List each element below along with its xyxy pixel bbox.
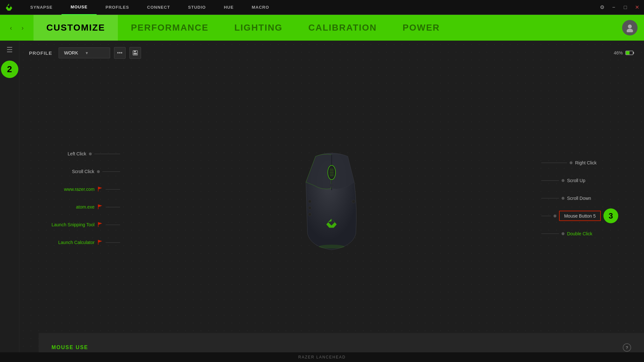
more-options-button[interactable]: ••• <box>114 47 126 59</box>
device-name-label: RAZER LANCEHEAD <box>298 355 346 359</box>
scroll-down-label[interactable]: Scroll Down <box>541 189 618 207</box>
svg-point-20 <box>308 213 311 216</box>
content-area: PROFILE WORK ▾ ••• 46% <box>19 41 644 362</box>
tab-customize[interactable]: CUSTOMIZE <box>33 15 118 41</box>
mouse-btn5-line <box>541 216 551 216</box>
tab-performance[interactable]: PERFORMANCE <box>118 15 221 41</box>
razer-url-label[interactable]: www.razer.com <box>52 181 120 198</box>
scroll-down-text: Scroll Down <box>567 196 591 201</box>
left-click-line <box>94 154 120 154</box>
calc-label[interactable]: Launch Calculator <box>52 234 120 251</box>
mouse-btn5-dot <box>554 214 556 217</box>
scroll-up-line <box>541 180 559 181</box>
scroll-click-dot <box>97 170 100 173</box>
left-click-label[interactable]: Left Click <box>52 145 120 163</box>
chevron-down-icon: ▾ <box>86 50 105 55</box>
nav-profiles[interactable]: PROFILES <box>97 0 138 15</box>
nav-mouse[interactable]: MOUSE <box>62 0 97 15</box>
profile-dropdown[interactable]: WORK ▾ <box>59 47 110 58</box>
mouse-btn5-label[interactable]: Mouse Button 5 3 <box>541 207 618 225</box>
svg-point-19 <box>308 206 311 210</box>
atom-label[interactable]: atom.exe <box>52 198 120 216</box>
minimize-button[interactable]: − <box>610 4 618 11</box>
main-content: ☰ 2 PROFILE WORK ▾ ••• 46% <box>0 41 644 362</box>
user-avatar[interactable] <box>622 20 638 35</box>
razer-url-text: www.razer.com <box>64 187 95 192</box>
svg-rect-5 <box>134 53 137 54</box>
status-bar: RAZER LANCEHEAD <box>0 352 644 362</box>
nav-macro[interactable]: MACRO <box>243 0 278 15</box>
scroll-down-dot <box>562 197 564 200</box>
razer-logo <box>3 2 15 13</box>
nav-connect[interactable]: CONNECT <box>138 0 179 15</box>
save-button[interactable] <box>129 47 141 59</box>
tab-bar: ‹ › CUSTOMIZE PERFORMANCE LIGHTING CALIB… <box>0 15 644 41</box>
macro-flag-icon-2 <box>97 204 103 210</box>
mouse-diagram-area: Left Click Scroll Click www.razer.com <box>19 66 644 330</box>
macro-flag-icon-1 <box>97 186 103 192</box>
double-click-text: Double Click <box>567 231 592 236</box>
toolbar: PROFILE WORK ▾ ••• 46% <box>19 41 644 65</box>
profile-badge-2: 2 <box>1 61 18 78</box>
bottom-help-icon[interactable]: ? <box>623 343 631 352</box>
mouse-btn5-box[interactable]: Mouse Button 5 <box>559 211 601 221</box>
svg-point-21 <box>352 200 355 203</box>
mouse-image <box>296 143 367 253</box>
maximize-button[interactable]: □ <box>621 4 629 11</box>
sidebar: ☰ 2 <box>0 41 19 362</box>
macro-flag-icon-3 <box>97 222 103 228</box>
tab-next-arrow[interactable]: › <box>18 23 27 32</box>
left-click-text: Left Click <box>68 151 86 156</box>
title-bar: SYNAPSE MOUSE PROFILES CONNECT STUDIO HU… <box>0 0 644 15</box>
svg-point-1 <box>628 24 632 28</box>
scroll-click-text: Scroll Click <box>72 169 94 174</box>
double-click-line <box>541 233 559 234</box>
titlebar-nav: SYNAPSE MOUSE PROFILES CONNECT STUDIO HU… <box>21 0 598 15</box>
svg-point-22 <box>319 245 345 249</box>
atom-line <box>106 207 120 207</box>
svg-rect-4 <box>134 51 136 52</box>
scroll-click-line <box>102 171 120 172</box>
left-button-labels: Left Click Scroll Click www.razer.com <box>52 145 120 251</box>
scroll-down-line <box>541 198 559 198</box>
right-click-label[interactable]: Right Click <box>541 154 618 171</box>
tab-nav-arrows: ‹ › <box>6 23 27 32</box>
profile-label: PROFILE <box>29 50 52 56</box>
scroll-up-label[interactable]: Scroll Up <box>541 171 618 189</box>
calc-text: Launch Calculator <box>58 240 95 245</box>
nav-hue[interactable]: HUE <box>215 0 242 15</box>
calc-line <box>106 242 120 243</box>
snipping-line <box>106 225 120 225</box>
double-click-label[interactable]: Double Click <box>541 225 618 242</box>
scroll-up-dot <box>562 179 564 182</box>
scroll-click-label[interactable]: Scroll Click <box>52 163 120 181</box>
tab-prev-arrow[interactable]: ‹ <box>6 23 15 32</box>
close-button[interactable]: ✕ <box>633 4 641 11</box>
settings-icon[interactable]: ⚙ <box>598 4 606 11</box>
double-click-dot <box>562 232 564 235</box>
hamburger-menu-icon[interactable]: ☰ <box>6 46 13 54</box>
battery-pct-label: 46% <box>614 50 623 55</box>
nav-studio[interactable]: STUDIO <box>179 0 215 15</box>
right-button-labels: Right Click Scroll Up Scroll Down <box>541 154 618 242</box>
svg-point-2 <box>627 29 633 32</box>
tab-power[interactable]: POWER <box>390 15 453 41</box>
svg-rect-7 <box>633 52 634 54</box>
tab-calibration[interactable]: CALIBRATION <box>296 15 390 41</box>
right-click-line <box>541 162 567 163</box>
profile-value: WORK <box>64 50 83 55</box>
battery-indicator: 46% <box>614 50 634 55</box>
mouse-use-title: MOUSE USE <box>52 345 88 350</box>
badge-3: 3 <box>603 209 618 223</box>
snipping-label[interactable]: Launch Snipping Tool <box>52 216 120 234</box>
nav-synapse[interactable]: SYNAPSE <box>21 0 62 15</box>
svg-point-17 <box>329 184 334 187</box>
right-click-text: Right Click <box>575 160 597 165</box>
snipping-text: Launch Snipping Tool <box>52 222 95 227</box>
tab-lighting[interactable]: LIGHTING <box>222 15 296 41</box>
razer-url-line <box>106 189 120 190</box>
macro-flag-icon-4 <box>97 240 103 245</box>
svg-point-0 <box>3 2 15 13</box>
left-click-dot <box>89 152 92 155</box>
scroll-up-text: Scroll Up <box>567 178 585 183</box>
